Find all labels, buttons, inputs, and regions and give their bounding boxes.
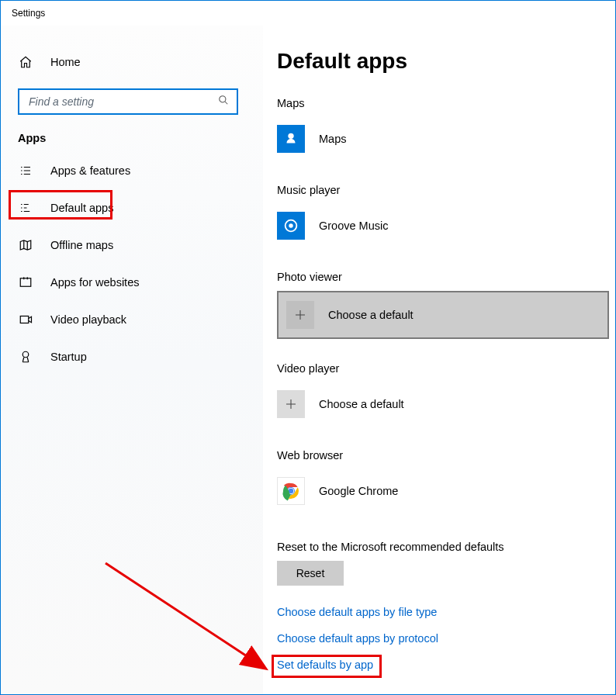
nav-offline-maps[interactable]: Offline maps [1, 228, 263, 262]
svg-rect-2 [20, 316, 29, 323]
maps-app-icon [277, 125, 305, 153]
nav-startup[interactable]: Startup [1, 340, 263, 374]
nav-apps-features[interactable]: Apps & features [1, 154, 263, 188]
category-photo-label: Photo viewer [277, 271, 609, 283]
groove-icon [277, 212, 305, 240]
main-panel: Default apps Maps Maps Music player Groo… [263, 26, 616, 694]
default-photo-row[interactable]: Choose a default [277, 291, 609, 339]
reset-button[interactable]: Reset [277, 561, 344, 586]
nav-default-apps[interactable]: Default apps [1, 191, 263, 225]
svg-point-3 [22, 351, 29, 358]
link-by-protocol[interactable]: Choose default apps by protocol [277, 632, 609, 645]
web-app-name: Google Chrome [319, 485, 398, 497]
nav-home[interactable]: Home [1, 45, 263, 79]
category-video-label: Video player [277, 362, 609, 375]
nav-label: Apps & features [50, 164, 130, 177]
startup-icon [18, 349, 33, 365]
links-section: Choose default apps by file type Choose … [277, 606, 609, 671]
category-music-label: Music player [277, 184, 609, 196]
category-web-label: Web browser [277, 449, 609, 462]
window-titlebar: Settings [1, 1, 615, 26]
window-title: Settings [12, 8, 45, 19]
nav-apps-for-websites[interactable]: Apps for websites [1, 265, 263, 299]
search-icon [218, 95, 229, 109]
svg-point-4 [288, 133, 293, 139]
video-icon [18, 312, 33, 327]
search-wrapper [1, 79, 263, 115]
reset-description: Reset to the Microsoft recommended defau… [277, 541, 609, 553]
plus-icon [277, 390, 305, 418]
maps-app-name: Maps [319, 133, 346, 145]
nav-label: Default apps [50, 202, 113, 214]
page-title: Default apps [277, 49, 609, 74]
svg-point-6 [289, 224, 292, 227]
link-set-by-app[interactable]: Set defaults by app [277, 659, 609, 671]
map-icon [18, 237, 33, 253]
sidebar: Home Apps Apps & features [1, 26, 263, 694]
plus-icon [286, 301, 314, 329]
photo-placeholder: Choose a default [328, 309, 414, 321]
music-app-name: Groove Music [319, 220, 388, 232]
sidebar-section-label: Apps [1, 115, 263, 150]
svg-rect-1 [20, 278, 31, 287]
list-icon [18, 163, 33, 178]
open-icon [18, 275, 33, 290]
nav-home-label: Home [50, 56, 81, 68]
default-music-row[interactable]: Groove Music [277, 204, 609, 247]
defaults-icon [18, 200, 33, 216]
nav-label: Video playback [50, 313, 126, 326]
link-by-file-type[interactable]: Choose default apps by file type [277, 606, 609, 618]
search-box[interactable] [18, 88, 238, 115]
chrome-icon [277, 477, 305, 505]
svg-point-0 [220, 96, 226, 102]
nav-video-playback[interactable]: Video playback [1, 303, 263, 337]
default-web-row[interactable]: Google Chrome [277, 469, 609, 513]
nav-label: Apps for websites [50, 276, 139, 289]
default-video-row[interactable]: Choose a default [277, 382, 609, 426]
search-input[interactable] [27, 95, 206, 109]
category-maps-label: Maps [277, 97, 609, 109]
home-icon [18, 54, 33, 70]
video-placeholder: Choose a default [319, 398, 404, 410]
nav-label: Startup [50, 351, 87, 363]
default-maps-row[interactable]: Maps [277, 117, 609, 161]
content-area: Home Apps Apps & features [1, 26, 615, 694]
nav-label: Offline maps [50, 239, 113, 251]
